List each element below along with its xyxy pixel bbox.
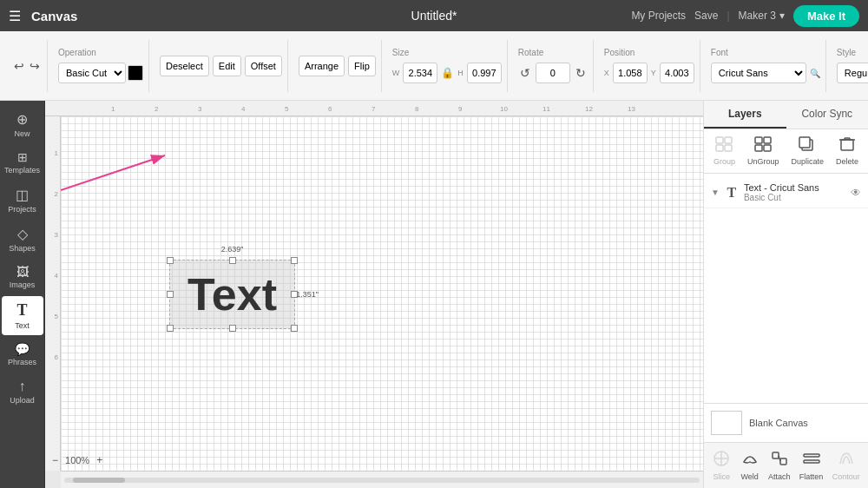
horizontal-scrollbar[interactable]: [61, 471, 703, 488]
sidebar-item-new[interactable]: ⊕ New: [2, 106, 43, 143]
ruler-13: 13: [628, 105, 635, 113]
delete-action[interactable]: Delete: [836, 136, 858, 166]
zoom-in-button[interactable]: +: [96, 454, 102, 466]
contour-icon: [837, 450, 856, 471]
panel-bottom: Blank Canvas: [704, 403, 868, 442]
ungroup-label: UnGroup: [747, 157, 779, 166]
rotate-cw-button[interactable]: ↻: [574, 64, 588, 82]
y-input[interactable]: [660, 63, 694, 83]
ruler-9: 9: [458, 105, 462, 113]
ruler-left-2: 2: [45, 190, 60, 198]
ruler-6: 6: [328, 105, 332, 113]
slice-action[interactable]: Slice: [712, 450, 731, 481]
sidebar-item-images[interactable]: 🖼 Images: [2, 260, 43, 294]
scroll-thumb[interactable]: [73, 478, 125, 483]
new-icon: ⊕: [16, 111, 28, 128]
height-input[interactable]: [467, 63, 502, 83]
maker-selector[interactable]: Maker 3 ▾: [739, 10, 785, 22]
duplicate-action[interactable]: Duplicate: [791, 136, 824, 166]
sidebar-item-shapes[interactable]: ◇ Shapes: [2, 221, 43, 258]
flatten-action[interactable]: Flatten: [799, 450, 824, 481]
handle-bottom-right[interactable]: [291, 325, 298, 332]
flatten-label: Flatten: [799, 472, 824, 481]
sidebar-item-text[interactable]: T Text: [2, 296, 43, 335]
style-select[interactable]: Regular: [837, 63, 868, 83]
y-label: Y: [651, 69, 656, 77]
svg-line-22: [779, 456, 780, 461]
top-right-actions: My Projects Save | Maker 3 ▾ Make It: [631, 5, 859, 27]
my-projects-link[interactable]: My Projects: [631, 10, 686, 22]
contour-action[interactable]: Contour: [832, 450, 860, 481]
rotate-input[interactable]: [536, 63, 570, 83]
toolbar: ↩ ↪ Operation Basic Cut Deselect Edit Of…: [0, 31, 868, 101]
shapes-icon: ◇: [17, 226, 28, 242]
lock-icon[interactable]: 🔒: [441, 67, 454, 79]
templates-icon: ⊞: [17, 150, 28, 164]
operation-select[interactable]: Basic Cut: [58, 63, 126, 83]
edit-button[interactable]: Edit: [213, 56, 241, 76]
deselect-button[interactable]: Deselect: [160, 56, 209, 76]
blank-canvas-preview: [711, 411, 742, 435]
attach-action[interactable]: Attach: [768, 450, 791, 481]
handle-top-mid[interactable]: [229, 257, 236, 264]
x-input[interactable]: [613, 63, 648, 83]
flip-button[interactable]: Flip: [348, 56, 376, 76]
undo-button[interactable]: ↩: [12, 57, 26, 75]
document-title: Untitled*: [411, 9, 457, 23]
divider: |: [727, 10, 729, 22]
x-label: X: [604, 69, 609, 77]
handle-top-right[interactable]: [291, 257, 298, 264]
handle-bottom-mid[interactable]: [229, 325, 236, 332]
ungroup-action[interactable]: UnGroup: [747, 136, 779, 166]
text-canvas-element[interactable]: Text 2.639" 1.351": [169, 260, 295, 329]
layer-item-text[interactable]: ▼ T Text - Cricut Sans Basic Cut 👁: [704, 177, 868, 208]
offset-button[interactable]: Offset: [245, 56, 282, 76]
sidebar-item-templates[interactable]: ⊞ Templates: [2, 145, 43, 180]
svg-line-1: [61, 155, 165, 190]
handle-mid-left[interactable]: [167, 291, 174, 298]
width-input[interactable]: [403, 63, 437, 83]
layer-info: Text - Cricut Sans Basic Cut: [744, 182, 845, 202]
tab-layers[interactable]: Layers: [704, 101, 786, 129]
layer-visibility-icon[interactable]: 👁: [851, 187, 861, 199]
rotate-group: Rotate ↺ ↻: [513, 40, 594, 92]
make-it-button[interactable]: Make It: [793, 5, 859, 27]
width-label: W: [392, 69, 400, 77]
menu-icon[interactable]: ☰: [9, 8, 21, 24]
rotate-ccw-button[interactable]: ↺: [518, 64, 532, 82]
layer-expand-icon[interactable]: ▼: [711, 188, 720, 197]
flatten-icon: [802, 450, 821, 471]
projects-icon: ◫: [16, 187, 29, 203]
handle-bottom-left[interactable]: [167, 325, 174, 332]
tab-color-sync[interactable]: Color Sync: [786, 101, 869, 129]
font-group: Font Cricut Sans 🔍: [706, 40, 826, 92]
ruler-left-5: 5: [45, 313, 60, 320]
layer-list: ▼ T Text - Cricut Sans Basic Cut 👁: [704, 174, 868, 403]
attach-label: Attach: [768, 472, 791, 481]
font-select[interactable]: Cricut Sans: [711, 63, 806, 83]
weld-action[interactable]: Weld: [740, 450, 760, 481]
style-group: Style Regular: [832, 40, 868, 92]
svg-rect-6: [755, 137, 762, 143]
sidebar-item-phrases[interactable]: 💬 Phrases: [2, 337, 43, 372]
ruler-5: 5: [285, 105, 288, 113]
font-browse-icon[interactable]: 🔍: [810, 69, 820, 78]
delete-label: Delete: [836, 157, 858, 166]
dim-height-label: 1.351": [296, 290, 319, 299]
sidebar-item-upload[interactable]: ↑ Upload: [2, 373, 43, 410]
arrange-button[interactable]: Arrange: [299, 56, 345, 76]
color-swatch[interactable]: [128, 65, 143, 81]
chevron-down-icon: ▾: [779, 10, 785, 22]
sidebar-item-projects[interactable]: ◫ Projects: [2, 181, 43, 219]
group-action[interactable]: Group: [713, 136, 735, 166]
scroll-track[interactable]: [64, 478, 700, 483]
ruler-8: 8: [415, 105, 418, 113]
canvas-content: Text 2.639" 1.351": [61, 116, 703, 471]
handle-top-left[interactable]: [167, 257, 174, 264]
redo-button[interactable]: ↪: [28, 57, 42, 75]
arrow-pointer: [61, 116, 703, 471]
ungroup-icon: [754, 136, 772, 155]
zoom-out-button[interactable]: −: [52, 454, 58, 466]
group-label: Group: [713, 157, 735, 166]
save-button[interactable]: Save: [694, 10, 718, 22]
